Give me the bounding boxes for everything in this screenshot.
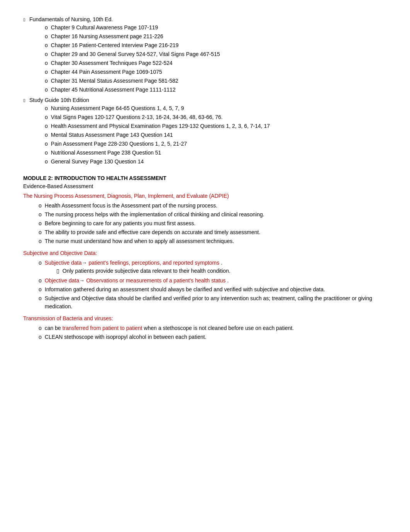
sub-list-item: o Nursing Assessment Page 64-65 Question… — [45, 104, 270, 112]
subjective-sub-list: ▯ Only patients provide subjective data … — [56, 267, 387, 275]
bullet-icon: ▯ — [23, 97, 25, 103]
fundamentals-title: Fundamentals of Nursing, 10th Ed. — [29, 16, 113, 22]
subjective-objective-heading: Subjective and Objective Data: — [23, 249, 387, 257]
module2-section: MODULE 2: INTRODUCTION TO HEALTH ASSESSM… — [23, 174, 387, 341]
sub-bullet: o — [39, 237, 42, 245]
sub-list-item: o Before beginning to care for any patie… — [39, 219, 387, 228]
sub-bullet: o — [39, 294, 42, 303]
sub-content: Chapter 9 Cultural Awareness Page 107-11… — [51, 24, 220, 32]
sub-bullet: o — [45, 86, 48, 94]
subjective-data-description: patient's feelings, perceptions, and rep… — [87, 260, 220, 266]
sub-bullet: o — [45, 59, 48, 67]
sub-sub-content: Only patients provide subjective data re… — [63, 267, 230, 275]
study-guide-title: Study Guide 10th Edition — [29, 97, 89, 103]
sub-list-item: o The nurse must understand how and when… — [39, 237, 387, 245]
sub-list-item: o Chapter 16 Nursing Assessment page 211… — [45, 32, 220, 41]
sub-content: Subjective data→ patient's feelings, per… — [45, 259, 387, 276]
sub-bullet: o — [45, 149, 48, 157]
evidence-heading: Evidence-Based Assessment — [23, 182, 387, 190]
sub-content: Chapter 16 Nursing Assessment page 211-2… — [51, 32, 220, 41]
sub-sub-bullet: ▯ — [56, 267, 59, 275]
study-guide-sub-list: o Nursing Assessment Page 64-65 Question… — [45, 104, 270, 166]
sub-bullet: o — [45, 158, 48, 166]
sub-bullet: o — [39, 324, 42, 332]
sub-bullet: o — [45, 24, 48, 32]
sub-content: Vital Signs Pages 120-127 Questions 2-13… — [51, 113, 270, 121]
sub-bullet: o — [45, 41, 48, 49]
transmission-prefix: can be — [45, 325, 61, 331]
sub-list-item: o Subjective data→ patient's feelings, p… — [39, 259, 387, 276]
sub-list-item: o Chapter 9 Cultural Awareness Page 107-… — [45, 24, 220, 32]
sub-list-item: o The nursing process helps with the imp… — [39, 211, 387, 219]
sub-content: Pain Assessment Page 228-230 Questions 1… — [51, 140, 270, 148]
subjective-objective-list: o Subjective data→ patient's feelings, p… — [39, 259, 387, 311]
sub-bullet: o — [39, 211, 42, 219]
sub-content: Information gathered during an assessmen… — [45, 286, 387, 294]
sub-list-item: o Chapter 16 Patient-Centered Interview … — [45, 41, 220, 49]
sub-content: Chapter 31 Mental Status Assessment Page… — [51, 77, 220, 85]
sub-bullet: o — [45, 104, 48, 112]
sub-content: The ability to provide safe and effectiv… — [45, 228, 387, 236]
transmission-heading: Transmission of Bacteria and viruses: — [23, 314, 387, 323]
nursing-process-heading: The Nursing Process Assessment, Diagnosi… — [23, 192, 387, 200]
sub-list-item: o Health Assessment and Physical Examina… — [45, 122, 270, 130]
sub-list-item: o The ability to provide safe and effect… — [39, 228, 387, 236]
objective-data-description: Observations or measurements of a patien… — [85, 277, 225, 284]
sub-list-item: o Health Assessment focus is the Assessm… — [39, 202, 387, 210]
period2: . — [226, 277, 229, 284]
sub-bullet: o — [45, 77, 48, 85]
sub-list-item: o Chapter 29 and 30 General Survey 524-5… — [45, 50, 220, 58]
sub-bullet: o — [39, 228, 42, 236]
sub-bullet: o — [45, 131, 48, 139]
period: . — [219, 260, 222, 266]
sub-content: Health Assessment and Physical Examinati… — [51, 122, 270, 130]
sub-list-item: o can be transferred from patient to pat… — [39, 324, 387, 332]
sub-bullet: o — [45, 122, 48, 130]
sub-content: Chapter 44 Pain Assessment Page 1069-107… — [51, 68, 220, 76]
sub-bullet: o — [45, 50, 48, 58]
sub-content: Nutritional Assessment Page 238 Question… — [51, 149, 270, 157]
sub-list-item: o Vital Signs Pages 120-127 Questions 2-… — [45, 113, 270, 121]
list-item: ▯ Study Guide 10th Edition o Nursing Ass… — [23, 96, 387, 167]
list-item: ▯ Fundamentals of Nursing, 10th Ed. o Ch… — [23, 15, 387, 95]
transferred-text: transferred from patient to patient — [61, 325, 142, 331]
sub-bullet: o — [39, 202, 42, 210]
arrow-symbol: → — [82, 260, 87, 266]
sub-content: Subjective and Objective data should be … — [45, 294, 387, 311]
objective-data-label: Objective data — [45, 277, 80, 284]
bullet-icon: ▯ — [23, 17, 25, 22]
sub-content: Objective data→ Observations or measurem… — [45, 277, 387, 285]
sub-bullet: o — [39, 259, 42, 267]
sub-bullet: o — [39, 333, 42, 341]
sub-content: can be transferred from patient to patie… — [45, 324, 387, 332]
sub-list-item: o Information gathered during an assessm… — [39, 286, 387, 294]
sub-content: Chapter 29 and 30 General Survey 524-527… — [51, 50, 220, 58]
sub-bullet: o — [45, 32, 48, 41]
sub-bullet: o — [45, 68, 48, 76]
fundamentals-sub-list: o Chapter 9 Cultural Awareness Page 107-… — [45, 24, 220, 94]
sub-content: The nursing process helps with the imple… — [45, 211, 387, 219]
transmission-list: o can be transferred from patient to pat… — [39, 324, 387, 341]
sub-list-item: o Mental Status Assessment Page 143 Ques… — [45, 131, 270, 139]
sub-content: Nursing Assessment Page 64-65 Questions … — [51, 104, 270, 112]
sub-list-item: o Objective data→ Observations or measur… — [39, 277, 387, 285]
sub-content: General Survey Page 130 Question 14 — [51, 158, 270, 166]
top-level-list: ▯ Fundamentals of Nursing, 10th Ed. o Ch… — [23, 15, 387, 167]
module2-heading: MODULE 2: INTRODUCTION TO HEALTH ASSESSM… — [23, 174, 387, 182]
transmission-suffix: when a stethoscope is not cleaned before… — [142, 325, 294, 331]
sub-content: Chapter 16 Patient-Centered Interview Pa… — [51, 41, 220, 49]
sub-list-item: o Chapter 30 Assessment Techniques Page … — [45, 59, 220, 67]
sub-list-item: o Chapter 45 Nutritional Assessment Page… — [45, 86, 220, 94]
sub-list-item: o Chapter 31 Mental Status Assessment Pa… — [45, 77, 220, 85]
sub-content: Chapter 45 Nutritional Assessment Page 1… — [51, 86, 220, 94]
sub-content: Chapter 30 Assessment Techniques Page 52… — [51, 59, 220, 67]
sub-list-item: o General Survey Page 130 Question 14 — [45, 158, 270, 166]
sub-bullet: o — [39, 277, 42, 285]
sub-list-item: o CLEAN stethoscope with isopropyl alcoh… — [39, 333, 387, 341]
arrow-symbol2: → — [79, 277, 85, 284]
sub-bullet: o — [39, 219, 42, 228]
sub-list-item: o Pain Assessment Page 228-230 Questions… — [45, 140, 270, 148]
sub-list-item: o Nutritional Assessment Page 238 Questi… — [45, 149, 270, 157]
sub-list-item: o Subjective and Objective data should b… — [39, 294, 387, 311]
sub-content: Health Assessment focus is the Assessmen… — [45, 202, 387, 210]
